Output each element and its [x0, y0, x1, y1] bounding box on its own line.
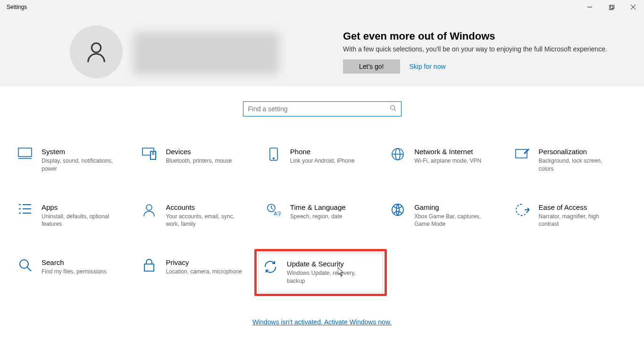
tile-network[interactable]: Network & Internet Wi-Fi, airplane mode,…: [387, 144, 505, 177]
svg-rect-33: [144, 264, 154, 271]
svg-rect-1: [609, 6, 613, 9]
svg-rect-2: [610, 5, 614, 8]
tile-subtitle: Link your Android, iPhone: [290, 157, 355, 165]
avatar[interactable]: [70, 25, 123, 78]
tile-subtitle: Speech, region, date: [290, 213, 346, 221]
accounts-icon: [141, 203, 157, 229]
tile-subtitle: Your accounts, email, sync, work, family: [166, 213, 246, 229]
tile-gaming[interactable]: Gaming Xbox Game Bar, captures, Game Mod…: [387, 199, 505, 232]
search-box[interactable]: [243, 101, 401, 116]
tile-title: Update & Security: [287, 260, 367, 268]
svg-line-7: [394, 109, 396, 111]
tile-search[interactable]: Search Find my files, permissions: [14, 255, 133, 296]
promo-subtitle: With a few quick selections, you'll be o…: [343, 45, 607, 53]
update-icon: [262, 260, 278, 285]
svg-point-6: [390, 106, 394, 110]
search-icon: [390, 105, 396, 113]
tile-title: Phone: [290, 148, 355, 156]
tile-subtitle: Location, camera, microphone: [166, 268, 242, 276]
svg-point-31: [20, 260, 28, 268]
tile-phone[interactable]: Phone Link your Android, iPhone: [263, 144, 381, 177]
maximize-button[interactable]: [601, 0, 622, 14]
tile-accounts[interactable]: Accounts Your accounts, email, sync, wor…: [138, 199, 257, 232]
tile-title: Personalization: [539, 148, 619, 156]
tile-title: System: [42, 148, 122, 156]
system-icon: [17, 148, 33, 173]
svg-point-27: [146, 205, 152, 210]
tile-update-security[interactable]: Update & Security Windows Update, recove…: [258, 253, 383, 292]
svg-rect-8: [18, 148, 32, 157]
search-input[interactable]: [248, 105, 390, 113]
tile-apps[interactable]: Apps Uninstall, defaults, optional featu…: [14, 199, 133, 232]
tile-subtitle: Display, sound, notifications, power: [42, 157, 122, 173]
svg-rect-20: [516, 149, 527, 158]
tile-title: Network & Internet: [414, 148, 481, 156]
globe-icon: [390, 148, 406, 173]
user-name-blurred: [133, 32, 279, 74]
tile-subtitle: Uninstall, defaults, optional features: [42, 213, 122, 229]
tile-title: Devices: [166, 148, 232, 156]
tile-title: Gaming: [414, 203, 494, 211]
tile-personalization[interactable]: Personalization Background, lock screen,…: [511, 144, 630, 177]
tile-ease-of-access[interactable]: Ease of Access Narrator, magnifier, high…: [511, 199, 630, 232]
tile-title: Accounts: [166, 203, 246, 211]
svg-line-32: [27, 267, 31, 271]
tile-title: Apps: [42, 203, 122, 211]
tile-subtitle: Wi-Fi, airplane mode, VPN: [414, 157, 481, 165]
personalize-icon: [514, 148, 530, 173]
skip-for-now-link[interactable]: Skip for now: [410, 63, 446, 70]
phone-icon: [266, 148, 282, 173]
minimize-button[interactable]: [579, 0, 601, 14]
ease-icon: [514, 203, 530, 229]
svg-text:A字: A字: [274, 211, 281, 216]
tile-privacy[interactable]: Privacy Location, camera, microphone: [138, 255, 257, 296]
gaming-icon: [390, 203, 406, 229]
window-title: Settings: [4, 4, 27, 10]
devices-icon: [141, 148, 157, 173]
tile-title: Time & Language: [290, 203, 346, 211]
search-tile-icon: [17, 258, 33, 292]
tile-time-language[interactable]: A字 Time & Language Speech, region, date: [263, 199, 381, 232]
svg-point-16: [273, 158, 274, 159]
tile-subtitle: Xbox Game Bar, captures, Game Mode: [414, 213, 494, 229]
tile-subtitle: Bluetooth, printers, mouse: [166, 157, 232, 165]
tile-subtitle: Narrator, magnifier, high contrast: [539, 213, 619, 229]
tile-title: Search: [42, 258, 107, 266]
tile-subtitle: Find my files, permissions: [42, 268, 107, 276]
tile-title: Privacy: [166, 258, 242, 266]
apps-icon: [17, 203, 33, 229]
tile-subtitle: Background, lock screen, colors: [539, 157, 619, 173]
activate-windows-link[interactable]: Windows isn't activated. Activate Window…: [252, 318, 392, 326]
promo-title: Get even more out of Windows: [343, 30, 607, 42]
tile-system[interactable]: System Display, sound, notifications, po…: [14, 144, 133, 177]
lock-icon: [141, 258, 157, 292]
tile-devices[interactable]: Devices Bluetooth, printers, mouse: [138, 144, 257, 177]
time-language-icon: A字: [266, 203, 282, 229]
svg-point-5: [92, 43, 101, 53]
tile-subtitle: Windows Update, recovery, backup: [287, 269, 367, 285]
tile-title: Ease of Access: [539, 203, 619, 211]
highlight-update-security: Update & Security Windows Update, recove…: [254, 249, 387, 296]
user-icon: [84, 39, 109, 65]
lets-go-button[interactable]: Let's go!: [343, 59, 400, 74]
close-button[interactable]: [622, 0, 644, 14]
